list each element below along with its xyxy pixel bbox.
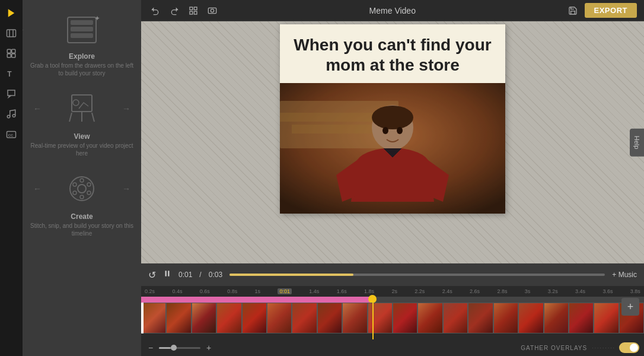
svg-point-17 <box>80 179 84 182</box>
thumb-frame-15 <box>493 303 518 333</box>
zoom-slider-handle[interactable] <box>171 345 177 351</box>
tc-17: 3.6s <box>602 288 613 294</box>
view-section: ← → View Real-time preview of your video… <box>28 89 135 157</box>
seek-progress-bar[interactable] <box>229 274 605 276</box>
create-desc: Stitch, snip, and build your story on th… <box>28 222 135 237</box>
svg-point-20 <box>87 183 91 186</box>
explore-section: ← ✦ → Explore Grab a tool from the drawe… <box>28 12 135 77</box>
main-area: Meme Video EXPORT When you can't find yo… <box>141 0 644 356</box>
svg-rect-23 <box>190 7 193 10</box>
restart-button[interactable]: ↺ <box>148 269 156 281</box>
svg-rect-39 <box>168 271 169 276</box>
tc-9: 2s <box>391 288 397 294</box>
gather-overlays-control: GATHER OVERLAYS · · · · · · · · · <box>521 342 639 353</box>
svg-point-9 <box>7 115 10 118</box>
create-section: ← → Create Stitch, snip, and build your … <box>28 169 135 237</box>
gather-overlays-toggle[interactable] <box>619 342 639 353</box>
create-reel-icon <box>66 172 98 205</box>
gather-overlays-label: GATHER OVERLAYS <box>521 345 587 351</box>
svg-point-18 <box>80 195 84 199</box>
tc-6: 1.4s <box>309 288 319 294</box>
undo-button[interactable] <box>148 4 162 18</box>
tc-1: 0.4s <box>172 288 182 294</box>
timecode-ruler: 0.2s 0.4s 0.6s 0.8s 1s 0:01 1.4s 1.6s 1.… <box>141 286 644 297</box>
progress-fill <box>229 274 353 276</box>
tc-5: 0:01 <box>278 288 292 294</box>
screenshot-button[interactable] <box>205 4 219 18</box>
tc-12: 2.6s <box>470 288 480 294</box>
create-arrow-right: → <box>122 184 130 193</box>
sidebar-item-music[interactable] <box>3 106 20 122</box>
trim-handle-left[interactable] <box>141 303 144 333</box>
app-logo[interactable] <box>3 5 20 21</box>
save-button[interactable] <box>566 4 580 18</box>
svg-text:CC: CC <box>8 134 14 137</box>
zoom-slider-fill <box>159 347 171 349</box>
svg-point-14 <box>73 100 79 106</box>
svg-marker-0 <box>8 9 15 17</box>
svg-text:T: T <box>7 70 12 78</box>
svg-rect-7 <box>12 54 15 58</box>
create-label: Create <box>71 212 93 221</box>
video-overlay <box>280 83 505 214</box>
thumb-frame-8 <box>317 303 342 333</box>
explore-box-icon: ✦ <box>67 17 97 43</box>
thumbnail-strip[interactable] <box>141 303 644 339</box>
bottom-controls: − + GATHER OVERLAYS · · · · · · · · · <box>141 339 644 356</box>
thumb-frame-16 <box>518 303 543 333</box>
thumb-frame-13 <box>443 303 468 333</box>
toggle-knob <box>630 344 638 352</box>
sidebar-item-media[interactable] <box>3 25 20 42</box>
pause-button[interactable] <box>163 269 171 280</box>
zoom-out-button[interactable]: − <box>146 343 155 352</box>
sidebar-item-speech[interactable] <box>3 85 20 102</box>
gather-dots: · · · · · · · · · <box>592 345 614 351</box>
sidebar-item-text[interactable]: T <box>3 65 20 82</box>
redo-button[interactable] <box>167 4 181 18</box>
header-bar: Meme Video EXPORT <box>141 0 644 21</box>
current-time: 0:01 <box>178 271 192 279</box>
view-easel-icon <box>67 92 97 125</box>
help-button[interactable]: Help <box>630 129 644 157</box>
tc-10: 2.2s <box>415 288 425 294</box>
page-title: Meme Video <box>369 6 416 15</box>
add-track-button[interactable]: + <box>621 298 639 316</box>
thumb-frame-6 <box>267 303 292 333</box>
meme-caption-text: When you can't find your mom at the stor… <box>280 24 505 83</box>
add-music-button[interactable]: + Music <box>612 271 637 279</box>
thumb-frame-14 <box>468 303 493 333</box>
left-sidebar: T CC <box>0 0 23 356</box>
thumb-frame-12 <box>417 303 442 333</box>
timecode-marks: 0.2s 0.4s 0.6s 0.8s 1s 0:01 1.4s 1.6s 1.… <box>144 288 642 294</box>
svg-rect-38 <box>165 271 167 276</box>
thumb-frame-2 <box>166 303 191 333</box>
sidebar-item-templates[interactable] <box>3 45 20 62</box>
export-button[interactable]: EXPORT <box>585 3 637 18</box>
meme-card[interactable]: When you can't find your mom at the stor… <box>280 24 505 214</box>
thumb-frame-5 <box>242 303 267 333</box>
thumb-frame-19 <box>594 303 619 333</box>
zoom-in-button[interactable]: + <box>204 343 213 352</box>
sidebar-item-captions[interactable]: CC <box>3 126 20 142</box>
playhead-handle[interactable] <box>368 295 377 303</box>
explore-desc: Grab a tool from the drawers on the left… <box>28 62 135 77</box>
tc-7: 1.6s <box>337 288 347 294</box>
svg-point-16 <box>78 185 86 193</box>
tools-panel: ← ✦ → Explore Grab a tool from the drawe… <box>23 0 141 356</box>
zoom-controls: − + <box>146 343 213 352</box>
svg-rect-24 <box>194 7 197 10</box>
timeline-seek-bar[interactable] <box>141 297 644 303</box>
canvas-area: When you can't find your mom at the stor… <box>141 21 644 263</box>
create-arrow-left: ← <box>33 184 42 193</box>
zoom-slider[interactable] <box>159 347 200 349</box>
thumb-frame-9 <box>342 303 367 333</box>
explore-label: Explore <box>69 52 95 61</box>
timeline-progress <box>141 297 372 303</box>
svg-rect-5 <box>12 49 15 53</box>
tc-14: 3s <box>525 288 531 294</box>
explore-star-icon: ✦ <box>94 14 100 23</box>
view-label: View <box>74 132 90 141</box>
layout-button[interactable] <box>186 4 200 18</box>
explore-arrow-left: ← <box>23 25 25 34</box>
thumb-frame-17 <box>544 303 569 333</box>
